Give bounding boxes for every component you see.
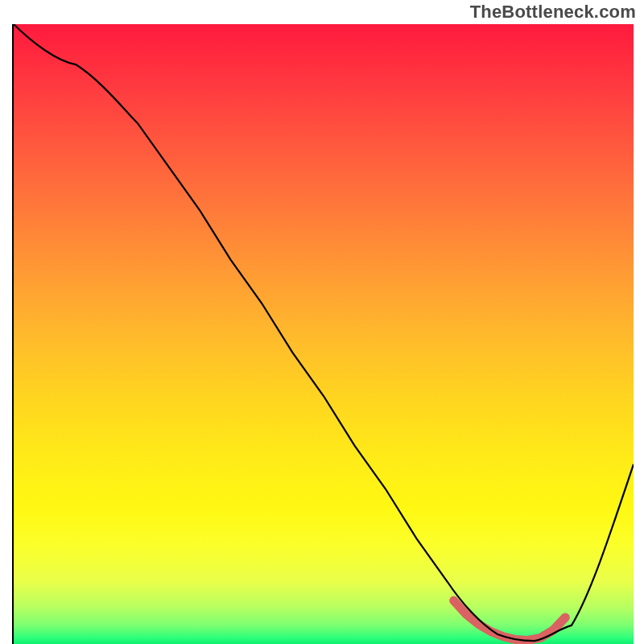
chart-canvas: TheBottleneck.com (0, 0, 644, 644)
chart-svg (14, 24, 634, 644)
watermark-text: TheBottleneck.com (470, 2, 636, 23)
curve-line (14, 24, 634, 641)
plot-area (12, 24, 634, 644)
optimal-zone-band (454, 601, 566, 640)
